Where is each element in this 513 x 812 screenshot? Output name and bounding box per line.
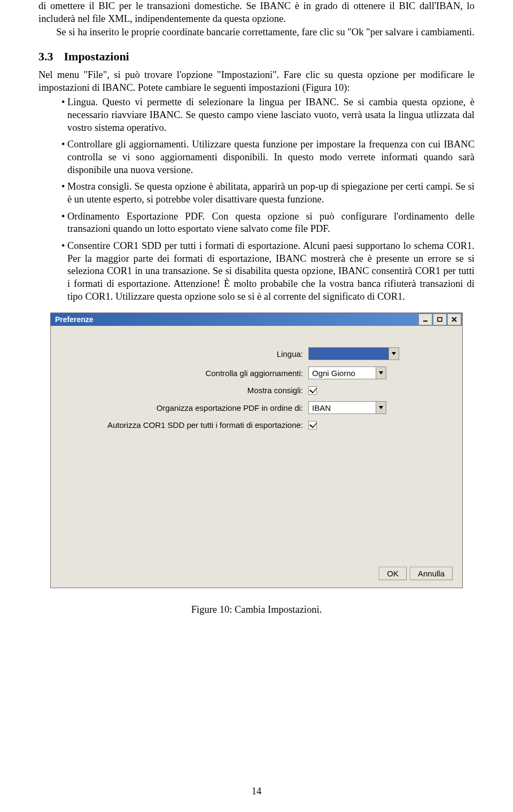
paragraph: Se si ha inserito le proprie coordinate … (38, 26, 475, 39)
paragraph: Nel menu "File", si può trovare l'opzion… (38, 69, 475, 94)
close-button[interactable] (447, 314, 461, 325)
maximize-button[interactable] (433, 314, 447, 325)
label-language: Lingua: (63, 349, 308, 358)
bullet-list: Lingua. Questo vi permette di selezionar… (38, 96, 475, 303)
label-show-tips: Mostra consigli: (63, 386, 308, 395)
section-number: 3.3 (38, 50, 53, 64)
svg-rect-1 (438, 318, 442, 322)
svg-marker-5 (379, 371, 383, 374)
svg-marker-6 (379, 406, 383, 409)
window-title: Preferenze (52, 315, 418, 324)
list-item: Controllare gli aggiornamenti. Utilizzar… (67, 138, 475, 176)
list-item: Ordinamento Esportazione PDF. Con questa… (67, 210, 475, 236)
cancel-button[interactable]: Annulla (410, 567, 453, 580)
pdf-order-value: IBAN (309, 403, 376, 412)
label-allow-cor1: Autorizza COR1 SDD per tutti i formati d… (63, 420, 308, 430)
list-item: Consentire COR1 SDD per tutti i formati … (67, 240, 475, 303)
section-title: Impostazioni (64, 50, 129, 64)
allow-cor1-checkbox[interactable] (308, 421, 317, 430)
label-check-updates: Controlla gli aggiornamenti: (63, 369, 308, 378)
window-client-area: Lingua: Controlla gli aggiornamenti: Ogn… (51, 326, 462, 588)
language-dropdown[interactable] (308, 347, 399, 360)
chevron-down-icon (388, 348, 399, 360)
page-number: 14 (0, 786, 513, 797)
section-heading: 3.3 Impostazioni (38, 50, 475, 64)
pdf-order-dropdown[interactable]: IBAN (308, 401, 386, 414)
figure-caption: Figure 10: Cambia Impostazioni. (38, 604, 475, 615)
window-titlebar: Preferenze (51, 313, 462, 326)
list-item: Mostra consigli. Se questa opzione è abi… (67, 181, 475, 206)
check-updates-value: Ogni Giorno (309, 369, 376, 378)
check-updates-dropdown[interactable]: Ogni Giorno (308, 366, 386, 379)
list-item: Lingua. Questo vi permette di selezionar… (67, 96, 475, 134)
chevron-down-icon (376, 402, 386, 413)
label-pdf-order: Organizza esportazione PDF in ordine di: (63, 403, 308, 412)
figure: Preferenze (38, 313, 475, 615)
chevron-down-icon (376, 367, 386, 379)
ok-button[interactable]: OK (379, 567, 407, 580)
paragraph: di omettere il BIC per le transazioni do… (38, 0, 475, 25)
minimize-button[interactable] (418, 314, 432, 325)
svg-marker-4 (392, 352, 396, 355)
preferences-window: Preferenze (50, 313, 463, 588)
show-tips-checkbox[interactable] (308, 386, 317, 395)
